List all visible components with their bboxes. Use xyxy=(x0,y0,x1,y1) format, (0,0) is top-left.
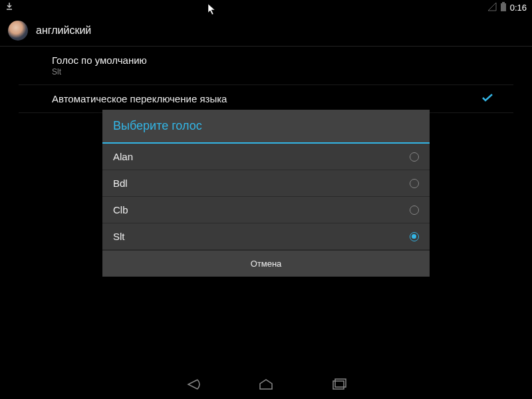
voice-option-clb[interactable]: Clb xyxy=(102,197,430,223)
cancel-button[interactable]: Отмена xyxy=(102,250,430,277)
dialog-title: Выберите голос xyxy=(102,110,430,144)
dialog-overlay: Выберите голос Alan Bdl Clb Slt Отмена xyxy=(0,0,532,399)
voice-option-slt[interactable]: Slt xyxy=(102,223,430,250)
radio-icon xyxy=(410,152,419,162)
voice-select-dialog: Выберите голос Alan Bdl Clb Slt Отмена xyxy=(102,110,430,277)
voice-option-alan[interactable]: Alan xyxy=(102,144,430,170)
radio-icon-selected xyxy=(410,232,419,241)
voice-option-bdl[interactable]: Bdl xyxy=(102,170,430,197)
radio-icon xyxy=(410,205,419,215)
radio-icon xyxy=(410,179,419,188)
option-label: Alan xyxy=(113,151,133,162)
option-label: Slt xyxy=(113,231,125,242)
option-label: Clb xyxy=(113,204,128,215)
option-label: Bdl xyxy=(113,178,128,189)
